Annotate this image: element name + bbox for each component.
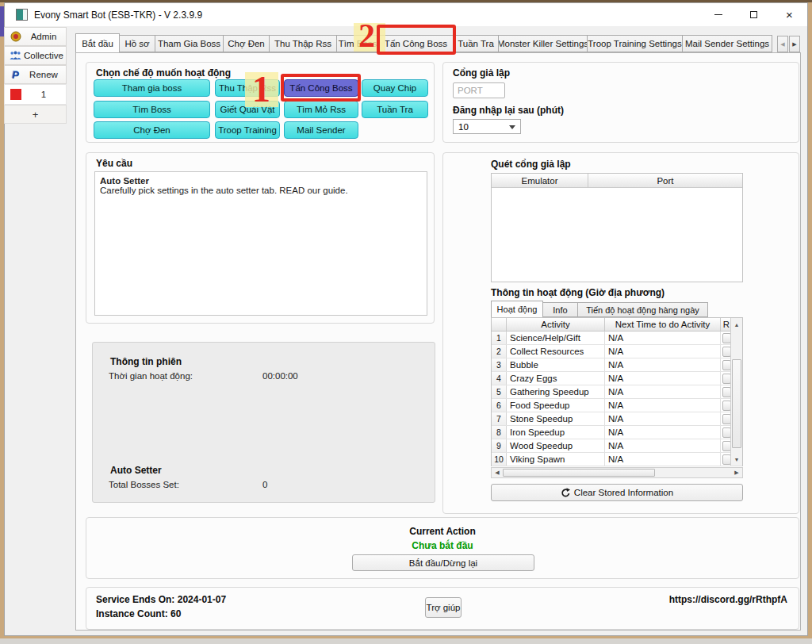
discord-link: https://discord.gg/rRthpfA [669,594,787,605]
tab-label: Hoạt động [497,305,538,314]
current-action-group: Current Action Chưa bắt đầu Bắt đầu/Dừng… [86,517,799,579]
activity-row: 1Science/Help/GiftN/A [492,332,742,345]
mode-button-troop-training[interactable]: Troop Training [215,121,280,139]
row-number: 10 [492,453,507,466]
mode-button-cho-den[interactable]: Chợ Đen [94,121,210,139]
emulator-column-header: Emulator [492,174,588,188]
run-button[interactable] [722,333,731,343]
relogin-dropdown[interactable]: 10 [453,119,521,134]
activity-next-time: N/A [605,372,721,385]
paypal-icon: P [10,69,21,81]
session-heading: Thông tin phiên [110,356,182,367]
admin-crest-icon [10,31,21,43]
row-number: 8 [492,426,507,439]
tab-info[interactable]: Info [543,302,578,317]
horizontal-scroll-thumb[interactable] [503,469,655,477]
tab-label: Monster Killer Settings [499,39,588,48]
add-account-button[interactable]: + [4,105,67,124]
tab-monster-killer-settings[interactable]: Monster Killer Settings [499,35,588,52]
tab-cho-den[interactable]: Chợ Đen [224,35,270,52]
port-input[interactable] [453,82,505,98]
mode-button-tham-gia-boss[interactable]: Tham gia boss [94,79,210,97]
requirements-title: Auto Setter [100,176,422,186]
tab-label: Tham Gia Boss [158,39,220,48]
mode-button-quay-chip[interactable]: Quay Chip [362,79,428,97]
tab-hoat-dong[interactable]: Hoạt động [491,301,543,317]
activity-row: 5Gathering SpeedupN/A [492,385,742,399]
tab-troop-training-settings[interactable]: Troop Training Settings [588,35,683,52]
vertical-scrollbar[interactable]: ▲ ▼ [730,318,742,466]
tab-ho-so[interactable]: Hồ sơ [120,35,155,52]
tab-label: Mail Sender Settings [685,39,769,48]
clear-stored-info-label: Clear Stored Information [574,488,673,497]
tab-tien-do-hang-ngay[interactable]: Tiến độ hoạt động hàng ngày [578,302,708,317]
sidebar-item-collective[interactable]: Collective [4,46,67,65]
maximize-button[interactable] [736,3,772,26]
mode-button-label: Troop Training [218,125,277,135]
activity-next-time: N/A [605,453,721,466]
run-button[interactable] [722,347,731,357]
next-time-column-header: Next Time to do Activity [605,318,721,332]
sidebar-item-renew[interactable]: P Renew [4,65,67,84]
requirements-box: Auto Setter Carefully pick settings in t… [94,171,427,316]
mode-button-tim-mo-rss[interactable]: Tìm Mỏ Rss [284,101,358,118]
sidebar-item-label: Admin [21,32,66,41]
requirements-heading: Yêu cầu [96,158,132,169]
triangle-down-icon: ▼ [734,457,740,462]
help-button[interactable]: Trợ giúp [425,597,462,618]
sidebar-item-account-1[interactable]: 1 [4,84,67,105]
service-ends-label: Service Ends On: 2024-01-07 [96,594,226,605]
activity-row: 4Crazy EggsN/A [492,372,742,385]
corner-header [492,318,507,332]
horizontal-scrollbar[interactable]: ◀ ▶ [491,467,743,478]
scroll-up-button[interactable]: ▲ [731,318,742,331]
run-button[interactable] [722,414,731,424]
clear-stored-info-button[interactable]: Clear Stored Information [491,484,743,501]
scan-heading: Quét cổng giả lập [491,159,571,170]
run-button[interactable] [722,427,731,438]
vertical-scroll-thumb[interactable] [732,359,741,448]
scroll-right-button[interactable]: ▶ [731,468,742,477]
activity-next-time: N/A [605,399,721,412]
minimize-button[interactable] [700,3,736,26]
activity-tab-strip: Hoạt động Info Tiến độ hoạt động hàng ng… [491,301,708,317]
activity-row: 3BubbleN/A [492,358,742,372]
mode-button-tim-boss[interactable]: Tìm Boss [94,101,210,118]
tab-scroll-right-button[interactable]: ▶ [789,36,800,52]
run-button[interactable] [722,387,731,397]
people-icon [10,50,21,62]
start-stop-button[interactable]: Bắt đầu/Dừng lại [352,554,534,571]
run-button[interactable] [722,360,731,370]
activity-name: Stone Speedup [507,412,605,425]
uptime-value: 00:00:00 [262,371,298,381]
run-button[interactable] [722,454,731,465]
run-button[interactable] [722,401,731,411]
row-number: 3 [492,358,507,371]
mode-button-mail-sender[interactable]: Mail Sender [284,121,358,139]
session-panel: Thông tin phiên Thời gian hoạt động: 00:… [92,342,435,503]
run-button[interactable] [722,374,731,384]
run-button[interactable] [722,441,731,451]
scroll-down-button[interactable]: ▼ [731,453,742,466]
row-number: 4 [492,372,507,385]
relogin-value: 10 [458,122,469,132]
tab-thu-thap-rss[interactable]: Thu Thập Rss [270,35,337,52]
tab-scroll-left-button[interactable]: ◀ [777,36,788,52]
tab-tuan-tra[interactable]: Tuần Tra [454,35,499,52]
mode-button-tuan-tra[interactable]: Tuần Tra [362,101,428,118]
annotation-step-2: 2 [358,19,375,52]
tab-bat-dau[interactable]: Bắt đầu [75,33,120,52]
tab-mail-sender-settings[interactable]: Mail Sender Settings [683,35,772,52]
activity-row: 2Collect ResourcesN/A [492,345,742,358]
activity-name: Food Speedup [507,399,605,412]
activity-row: 10Viking SpawnN/A [492,453,742,466]
close-button[interactable]: × [772,3,807,26]
tab-label: Info [553,305,567,315]
mode-button-label: Tham gia boss [122,83,182,93]
sidebar-item-admin[interactable]: Admin [4,27,67,46]
tab-label: Chợ Đen [228,39,265,48]
tab-tham-gia-boss[interactable]: Tham Gia Boss [155,35,224,52]
annotation-box-tab [377,25,456,55]
scroll-left-button[interactable]: ◀ [492,468,503,477]
sidebar-item-label: Collective [21,51,66,60]
